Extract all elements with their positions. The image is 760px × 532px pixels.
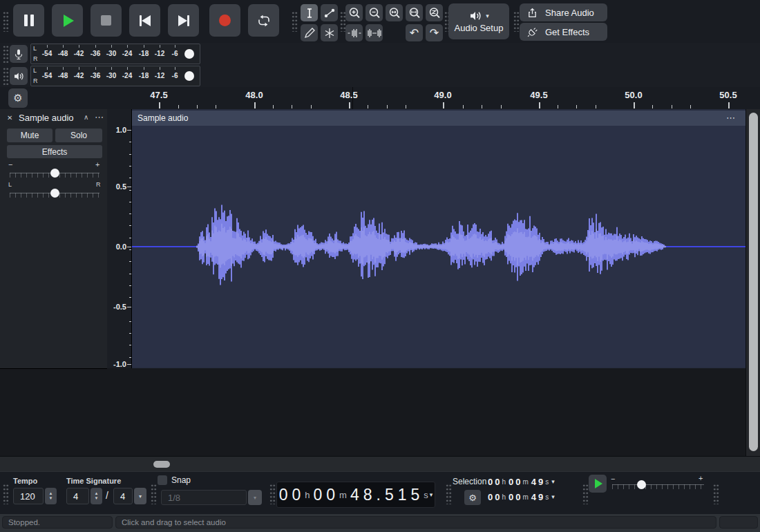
timeline-options-button[interactable]: ⚙ — [8, 88, 28, 108]
vertical-scrollbar-thumb[interactable] — [749, 113, 758, 451]
recording-meter-bar[interactable]: L R -54-48-42-36-30-24-18-12-6 — [30, 44, 200, 64]
selection-end-seconds[interactable]: 49 — [531, 492, 545, 502]
clip-menu-icon[interactable]: ⋯ — [726, 111, 735, 126]
time-signature-stepper[interactable]: ▲▼ — [91, 488, 102, 504]
time-signature-lower-dropdown[interactable]: ▾ — [134, 488, 146, 504]
time-signature-lower-field[interactable]: 4 — [113, 488, 133, 504]
chevron-down-icon[interactable]: ▾ — [430, 491, 433, 498]
get-effects-button[interactable]: Get Effects — [520, 23, 607, 41]
selection-tool-button[interactable] — [301, 4, 318, 21]
skip-to-start-button[interactable] — [129, 4, 160, 37]
selection-start-seconds[interactable]: 49 — [531, 477, 545, 487]
speed-minus-label: − — [611, 475, 615, 483]
snap-interval-field[interactable]: 1/8 — [161, 490, 247, 505]
gain-slider-thumb[interactable] — [50, 169, 59, 178]
chevron-up-icon[interactable]: ∧ — [84, 113, 88, 121]
meter-slider-thumb[interactable] — [184, 71, 194, 81]
close-icon[interactable]: ✕ — [7, 114, 12, 122]
position-seconds[interactable]: 48.515 — [350, 486, 424, 504]
toolbar-grip[interactable] — [151, 484, 157, 504]
snap-interval-dropdown[interactable]: ▾ — [248, 490, 262, 505]
selection-start-display[interactable]: 00 h 00 m 49 s ▾ — [488, 475, 576, 488]
audio-position-display[interactable]: 00 h 00 m 48.515 s ▾ — [276, 482, 435, 508]
timeline-ruler[interactable]: ⚙ 47.548.048.549.049.550.050.5 — [0, 87, 760, 110]
audio-setup-button[interactable]: ▾ Audio Setup — [448, 3, 509, 39]
zoom-in-button[interactable] — [345, 4, 363, 21]
envelope-tool-button[interactable] — [321, 4, 338, 21]
status-extra-field — [719, 516, 758, 529]
toolbar-grip[interactable] — [3, 45, 9, 63]
playback-meter-button[interactable] — [10, 67, 28, 85]
stop-button[interactable] — [91, 4, 122, 37]
playback-meter-bar[interactable]: L R -54-48-42-36-30-24-18-12-6 — [30, 66, 200, 86]
track-title[interactable]: Sample audio — [19, 113, 74, 123]
chevron-down-icon[interactable]: ▾ — [551, 478, 555, 485]
multi-tool-button[interactable] — [321, 24, 338, 41]
vruler-major-tick — [127, 130, 131, 131]
toolbar-grip[interactable] — [3, 67, 9, 85]
pan-slider-thumb[interactable] — [50, 189, 59, 198]
tempo-stepper[interactable]: ▲▼ — [45, 488, 57, 504]
kebab-menu-icon[interactable]: ⋯ — [95, 112, 104, 122]
position-hours[interactable]: 00 — [279, 486, 305, 504]
chevron-down-icon[interactable]: ▾ — [551, 493, 555, 500]
toolbar-grip[interactable] — [513, 11, 520, 32]
vruler-label: 0.0 — [116, 243, 126, 251]
fit-selection-button[interactable] — [386, 4, 403, 21]
selection-tool-icon — [303, 7, 316, 19]
record-button[interactable] — [209, 4, 240, 37]
tempo-field[interactable]: 120 — [13, 488, 44, 504]
undo-button[interactable]: ↶ — [406, 24, 423, 41]
vertical-scale-ruler[interactable]: 1.00.50.0-0.5-1.0 — [107, 109, 132, 368]
draw-tool-button[interactable] — [301, 24, 318, 41]
timeline-minor-tick — [463, 105, 464, 108]
toolbar-grip[interactable] — [446, 484, 452, 504]
toolbar-grip[interactable] — [582, 484, 589, 504]
skip-to-end-button[interactable] — [168, 4, 199, 37]
toolbar-grip[interactable] — [269, 484, 276, 504]
selection-options-button[interactable]: ⚙ — [464, 490, 481, 505]
play-speed-slider-thumb[interactable] — [637, 480, 646, 489]
toolbar-grip[interactable] — [713, 484, 719, 504]
timeline-major-tick — [349, 102, 350, 108]
selection-end-minutes[interactable]: 00 — [509, 492, 522, 502]
trim-outside-selection-button[interactable] — [345, 24, 363, 41]
selection-start-minutes[interactable]: 00 — [509, 477, 522, 487]
selection-end-display[interactable]: 00 h 00 m 49 s ▾ — [488, 490, 576, 504]
vertical-scrollbar[interactable] — [745, 109, 760, 456]
play-speed-slider[interactable] — [612, 484, 704, 489]
silence-selection-button[interactable] — [365, 24, 383, 41]
chevron-down-icon: ▾ — [139, 493, 142, 500]
clip-header[interactable]: Sample audio ⋯ — [132, 111, 745, 126]
toolbar-grip[interactable] — [3, 11, 9, 32]
share-audio-button[interactable]: Share Audio — [520, 3, 607, 21]
toolbar-grip[interactable] — [3, 484, 9, 504]
selection-start-hours[interactable]: 00 — [488, 477, 502, 487]
time-signature-upper-field[interactable]: 4 — [66, 488, 89, 504]
get-effects-label: Get Effects — [545, 27, 589, 37]
effects-button[interactable]: Effects — [7, 145, 102, 158]
zoom-toggle-button[interactable] — [426, 4, 443, 21]
horizontal-scrollbar[interactable] — [0, 456, 760, 472]
fit-project-button[interactable] — [406, 4, 423, 21]
track-canvas[interactable]: Sample audio ⋯ — [132, 109, 745, 368]
pause-button[interactable] — [13, 4, 44, 37]
meter-scale-tick — [79, 67, 79, 70]
mute-button[interactable]: Mute — [7, 129, 53, 142]
toolbar-grip[interactable] — [292, 11, 298, 32]
selection-end-hours[interactable]: 00 — [488, 492, 502, 502]
clip-body[interactable] — [132, 126, 745, 368]
meter-slider-thumb[interactable] — [184, 49, 194, 59]
play-button[interactable] — [52, 4, 83, 37]
meter-scale-tick — [160, 45, 160, 48]
loop-button[interactable] — [248, 4, 279, 37]
redo-button[interactable]: ↷ — [426, 24, 443, 41]
zoom-out-button[interactable] — [365, 4, 383, 21]
solo-button[interactable]: Solo — [55, 129, 102, 142]
recording-meter-button[interactable] — [10, 45, 28, 63]
position-minutes[interactable]: 00 — [314, 486, 340, 504]
play-at-speed-button[interactable] — [589, 475, 607, 493]
horizontal-scrollbar-thumb[interactable] — [153, 461, 170, 468]
timeline-label: 48.5 — [340, 90, 357, 100]
snap-checkbox[interactable] — [158, 475, 167, 485]
